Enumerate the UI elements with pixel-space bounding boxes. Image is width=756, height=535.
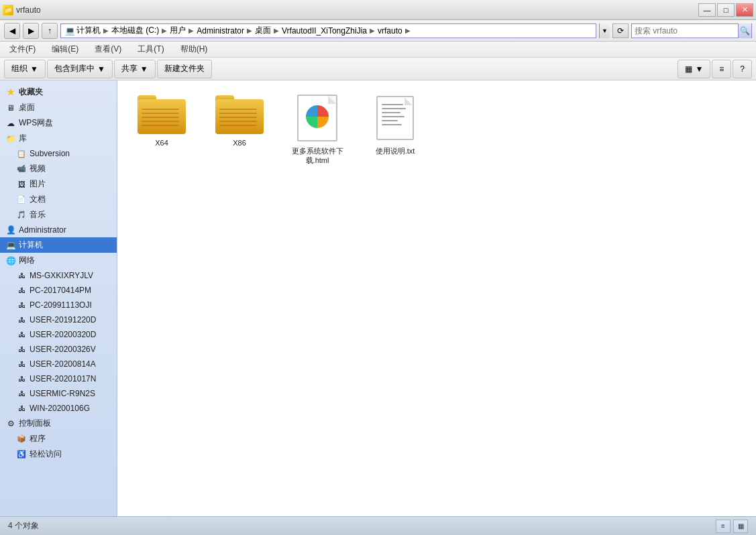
close-button[interactable]: ✕ (736, 3, 753, 17)
sidebar-item-documents[interactable]: 📄 文档 (0, 192, 117, 207)
view-icon: ▦ (685, 64, 692, 74)
sidebar-admin-label: Administrator (19, 225, 66, 235)
sidebar-item-user-20200320[interactable]: 🖧 USER-20200320D (0, 327, 117, 342)
sidebar-item-user-20201017[interactable]: 🖧 USER-20201017N (0, 371, 117, 386)
documents-icon: 📄 (16, 194, 27, 205)
menu-edit[interactable]: 编辑(E) (46, 42, 84, 56)
new-folder-button[interactable]: 新建文件夹 (157, 60, 212, 78)
video-icon: 📹 (16, 164, 27, 174)
address-box[interactable]: 💻 计算机 ▶ 本地磁盘 (C:) ▶ 用户 ▶ Administrator ▶… (60, 23, 596, 38)
sidebar-item-desktop[interactable]: 🖥 桌面 (0, 100, 117, 115)
view-options-button[interactable]: ▦ ▼ (678, 60, 710, 78)
menu-view[interactable]: 查看(V) (89, 42, 127, 56)
sidebar-item-subversion[interactable]: 📋 Subversion (0, 146, 117, 161)
sidebar-usermic-label: USERMIC-R9N2S (30, 389, 95, 398)
sidebar-item-user-20200326[interactable]: 🖧 USER-20200326V (0, 342, 117, 357)
music-icon: 🎵 (16, 210, 27, 221)
forward-button[interactable]: ▶ (23, 23, 39, 39)
menu-tools[interactable]: 工具(T) (132, 42, 169, 56)
status-count: 4 个对象 (8, 520, 39, 532)
user-icon: 👤 (5, 225, 16, 235)
sidebar-programs-label: 程序 (30, 433, 46, 444)
sidebar-item-access[interactable]: ♿ 轻松访问 (0, 447, 117, 462)
addr-vrfauto: vrfauto (378, 26, 402, 36)
sidebar-item-ms-gxk[interactable]: 🖧 MS-GXKIXRYJLV (0, 268, 117, 283)
sidebar-item-user-20200814[interactable]: 🖧 USER-20200814A (0, 357, 117, 371)
sidebar-pc-2017-label: PC-20170414PM (30, 286, 91, 295)
pc-icon-6: 🖧 (16, 344, 27, 355)
search-input[interactable] (632, 26, 738, 36)
file-label-x64: X64 (155, 138, 168, 147)
maximize-button[interactable]: □ (717, 3, 735, 17)
file-item-x64[interactable]: X64 (128, 91, 195, 168)
file-item-x86[interactable]: X86 (206, 91, 273, 168)
sidebar-subversion-label: Subversion (30, 149, 70, 158)
share-dropdown-icon: ▼ (140, 64, 148, 74)
organize-button[interactable]: 组织 ▼ (4, 60, 46, 78)
view-dropdown-icon: ▼ (695, 64, 703, 74)
search-box[interactable]: 🔍 (631, 23, 752, 38)
help-icon: ? (740, 64, 745, 74)
sidebar-desktop-label: 桌面 (19, 102, 35, 113)
search-icon[interactable]: 🔍 (738, 23, 751, 38)
sidebar-item-computer[interactable]: 💻 计算机 (0, 237, 117, 253)
new-folder-label: 新建文件夹 (164, 63, 205, 74)
menu-file[interactable]: 文件(F) (4, 42, 41, 56)
sidebar-item-video[interactable]: 📹 视频 (0, 161, 117, 176)
sidebar-user-20200326-label: USER-20200326V (30, 345, 96, 354)
include-library-label: 包含到库中 (54, 63, 95, 74)
sidebar-access-label: 轻松访问 (30, 449, 62, 460)
back-button[interactable]: ◀ (4, 23, 20, 39)
up-button[interactable]: ↑ (42, 23, 58, 39)
list-view-button[interactable]: ≡ (716, 520, 731, 533)
minimize-button[interactable]: — (698, 3, 716, 17)
sidebar-favorites-header[interactable]: ★ 收藏夹 (0, 83, 117, 100)
access-icon: ♿ (16, 449, 27, 460)
main-area: ★ 收藏夹 🖥 桌面 ☁ WPS网盘 📁 库 📋 Subversion 📹 视频 (0, 80, 756, 516)
sidebar-item-library[interactable]: 📁 库 (0, 131, 117, 146)
title-bar-left: 📁 vrfauto (3, 5, 41, 15)
refresh-button[interactable]: ⟳ (612, 23, 629, 38)
sidebar-item-pc-2099[interactable]: 🖧 PC-20991113OJI (0, 298, 117, 312)
details-toggle-button[interactable]: ≡ (712, 60, 731, 78)
grid-view-button[interactable]: ▦ (733, 520, 748, 533)
sidebar-music-label: 音乐 (30, 209, 46, 221)
organize-label: 组织 (11, 63, 28, 74)
sidebar-item-music[interactable]: 🎵 音乐 (0, 207, 117, 223)
share-button[interactable]: 共享 ▼ (114, 60, 156, 78)
sidebar-documents-label: 文档 (30, 194, 46, 205)
folder-icon-x64 (138, 94, 186, 134)
share-label: 共享 (121, 63, 138, 74)
txt-file-icon (371, 94, 419, 142)
sidebar-item-controlpanel[interactable]: ⚙ 控制面板 (0, 416, 117, 431)
sidebar-item-programs[interactable]: 📦 程序 (0, 431, 117, 447)
sidebar-item-win-2020[interactable]: 🖧 WIN-20200106G (0, 401, 117, 416)
pc-icon-10: 🖧 (16, 403, 27, 414)
controlpanel-icon: ⚙ (5, 418, 16, 429)
addr-vrfauto-dir: VrfautodII_XiTongZhiJia (282, 26, 367, 36)
sidebar-item-pc-2017[interactable]: 🖧 PC-20170414PM (0, 283, 117, 298)
pc-icon-2: 🖧 (16, 285, 27, 296)
sidebar-item-administrator[interactable]: 👤 Administrator (0, 223, 117, 237)
menu-help[interactable]: 帮助(H) (175, 42, 213, 56)
network-icon: 🌐 (5, 255, 16, 266)
html-file-icon (293, 94, 341, 142)
sidebar-win-2020-label: WIN-20200106G (30, 404, 90, 413)
pc-icon-4: 🖧 (16, 314, 27, 325)
sidebar-item-wps[interactable]: ☁ WPS网盘 (0, 115, 117, 131)
sidebar-item-usermic[interactable]: 🖧 USERMIC-R9N2S (0, 386, 117, 401)
include-library-button[interactable]: 包含到库中 ▼ (47, 60, 113, 78)
sidebar-user-20200320-label: USER-20200320D (30, 330, 96, 339)
address-bar: ◀ ▶ ↑ 💻 计算机 ▶ 本地磁盘 (C:) ▶ 用户 ▶ Administr… (0, 20, 756, 42)
sidebar-item-network[interactable]: 🌐 网络 (0, 253, 117, 268)
file-item-html[interactable]: 更多系统软件下载.html (284, 91, 351, 168)
desktop-icon: 🖥 (5, 103, 16, 113)
sidebar-item-pictures[interactable]: 🖼 图片 (0, 176, 117, 192)
file-label-txt: 使用说明.txt (376, 146, 415, 156)
file-item-txt[interactable]: 使用说明.txt (362, 91, 429, 168)
subversion-icon: 📋 (16, 148, 27, 159)
computer-icon: 💻 (5, 240, 16, 251)
help-button[interactable]: ? (733, 60, 752, 78)
address-dropdown-button[interactable]: ▼ (599, 23, 610, 38)
sidebar-item-user-2019[interactable]: 🖧 USER-20191220D (0, 312, 117, 327)
